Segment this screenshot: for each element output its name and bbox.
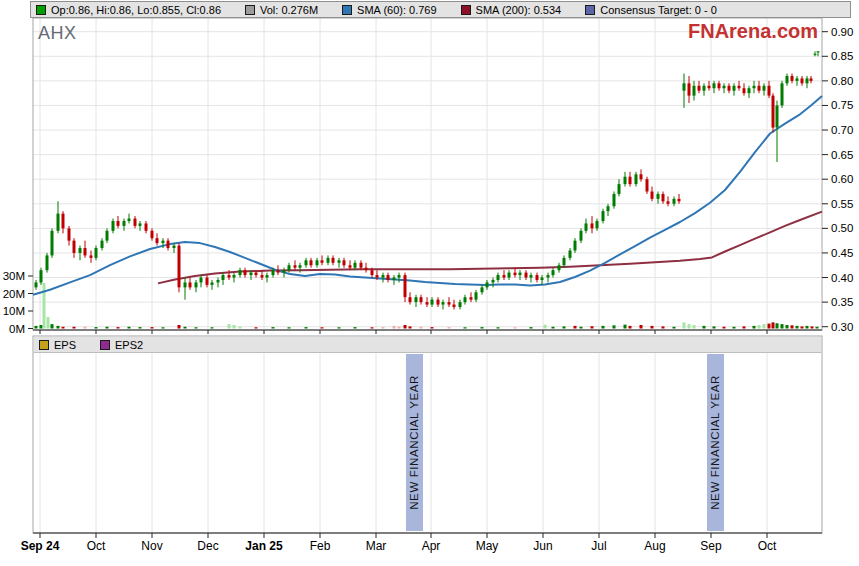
candle-body bbox=[728, 86, 731, 91]
volume-bar bbox=[563, 326, 566, 328]
candle-body bbox=[618, 184, 621, 194]
candle-body bbox=[646, 179, 649, 191]
volume-bar bbox=[228, 324, 231, 328]
candle-body bbox=[602, 211, 605, 221]
candle-body bbox=[536, 275, 539, 280]
candle-body bbox=[305, 260, 308, 265]
new-financial-year-ribbon: NEW FINANCIAL YEAR bbox=[707, 354, 724, 531]
candle-body bbox=[128, 219, 131, 221]
volume-bar bbox=[758, 325, 761, 329]
price-tick-label: 0.80 bbox=[831, 75, 853, 87]
volume-bar bbox=[128, 327, 131, 329]
volume-bar bbox=[62, 327, 65, 329]
volume-bar bbox=[816, 327, 819, 329]
volume-bar bbox=[84, 327, 87, 329]
stock-chart-page: 0.900.850.800.750.700.650.600.550.500.45… bbox=[0, 0, 859, 566]
candle-body bbox=[768, 86, 771, 96]
candle-body bbox=[541, 278, 544, 280]
candle-body bbox=[51, 231, 54, 256]
candle-body bbox=[338, 260, 341, 262]
candle-body bbox=[409, 297, 412, 302]
eps-panel-border bbox=[33, 336, 822, 533]
candle-body bbox=[703, 86, 706, 91]
volume-bar bbox=[239, 327, 242, 329]
candle-body bbox=[156, 238, 159, 243]
legend-label: EPS bbox=[54, 339, 76, 351]
volume-bar bbox=[272, 327, 275, 328]
volume-bar bbox=[544, 325, 547, 329]
volume-bar bbox=[693, 325, 696, 329]
volume-bar bbox=[211, 327, 214, 328]
candle-body bbox=[382, 275, 385, 277]
volume-bar bbox=[481, 327, 484, 328]
candle-body bbox=[530, 275, 533, 277]
candle-body bbox=[79, 248, 82, 253]
legend-swatch-icon bbox=[245, 5, 255, 15]
candle-body bbox=[106, 231, 109, 241]
candle-body bbox=[635, 174, 638, 184]
candle-body bbox=[288, 265, 291, 270]
candle-body bbox=[547, 275, 550, 277]
candle-body bbox=[817, 51, 820, 52]
candle-body bbox=[459, 302, 462, 307]
volume-bar bbox=[398, 327, 401, 329]
volume-bar bbox=[431, 327, 434, 328]
candle-body bbox=[492, 280, 495, 282]
new-financial-year-ribbon: NEW FINANCIAL YEAR bbox=[406, 354, 423, 531]
month-label: Jul bbox=[591, 539, 606, 553]
price-tick-label: 0.30 bbox=[831, 321, 853, 333]
volume-bar bbox=[420, 327, 423, 329]
candle-body bbox=[299, 265, 302, 267]
ticker-symbol: AHX bbox=[38, 23, 77, 44]
volume-bar bbox=[673, 327, 676, 329]
candle-body bbox=[453, 305, 456, 307]
volume-bar bbox=[288, 327, 291, 328]
candle-body bbox=[569, 250, 572, 257]
candle-body bbox=[376, 275, 379, 277]
candle-body bbox=[250, 273, 253, 275]
candle-body bbox=[810, 78, 813, 80]
candle-body bbox=[261, 275, 264, 277]
candle-body bbox=[145, 223, 148, 230]
legend-item: Consensus Target: 0 - 0 bbox=[585, 4, 717, 16]
candle-body bbox=[558, 265, 561, 270]
volume-bar bbox=[768, 324, 771, 329]
eps-legend: EPSEPS2 bbox=[34, 337, 821, 353]
price-tick-label: 0.45 bbox=[831, 247, 853, 259]
volume-bar bbox=[464, 327, 467, 328]
month-label: Jun bbox=[533, 539, 552, 553]
candle-body bbox=[585, 223, 588, 230]
candle-body bbox=[552, 270, 555, 275]
candle-body bbox=[68, 228, 71, 240]
candle-body bbox=[651, 191, 654, 198]
volume-bar bbox=[73, 327, 76, 329]
candle-body bbox=[753, 86, 756, 88]
candle-body bbox=[657, 194, 660, 199]
candle-body bbox=[310, 260, 313, 265]
volume-bar bbox=[255, 327, 258, 328]
legend-swatch-icon bbox=[39, 340, 49, 350]
chart-canvas: 0.900.850.800.750.700.650.600.550.500.45… bbox=[0, 0, 859, 566]
legend-item: Vol: 0.276M bbox=[245, 4, 318, 16]
candle-body bbox=[277, 270, 280, 272]
volume-bar bbox=[552, 327, 555, 329]
volume-bar bbox=[703, 326, 706, 329]
candle-body bbox=[607, 206, 610, 211]
candle-body bbox=[718, 83, 721, 88]
candle-body bbox=[688, 83, 691, 95]
legend-label: Op:0.86, Hi:0.86, Lo:0.855, Cl:0.86 bbox=[51, 4, 221, 16]
candle-body bbox=[354, 263, 357, 268]
volume-bar bbox=[791, 325, 794, 328]
volume-bar bbox=[321, 327, 324, 328]
candle-body bbox=[101, 241, 104, 248]
volume-bar bbox=[51, 324, 54, 328]
candle-body bbox=[360, 263, 363, 268]
candle-body bbox=[481, 287, 484, 292]
price-panel-border bbox=[33, 18, 822, 330]
candle-body bbox=[442, 302, 445, 304]
volume-bar bbox=[106, 327, 109, 329]
volume-bar bbox=[393, 326, 396, 329]
price-tick-label: 0.60 bbox=[831, 173, 853, 185]
month-label: Oct bbox=[758, 539, 777, 553]
candle-body bbox=[167, 241, 170, 248]
